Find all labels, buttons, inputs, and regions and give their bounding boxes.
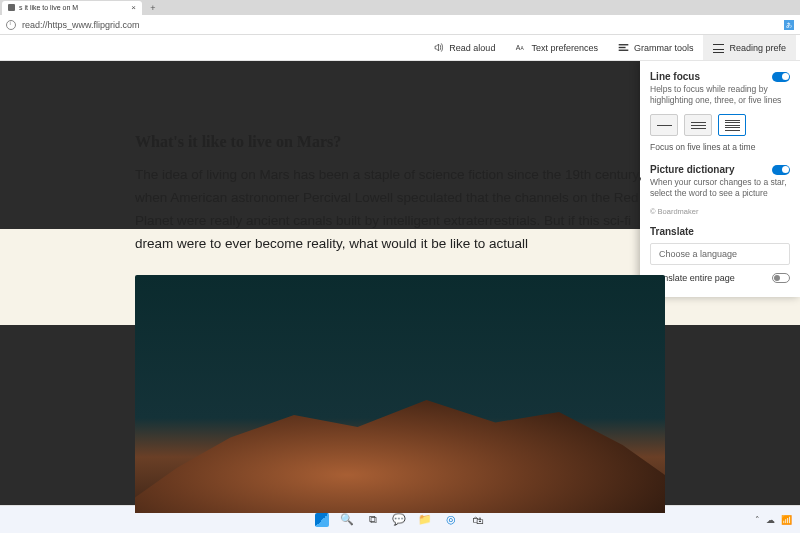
picture-dictionary-heading: Picture dictionary bbox=[650, 164, 790, 175]
article-paragraph: The idea of living on Mars has been a st… bbox=[135, 163, 665, 255]
text-preferences-button[interactable]: AA Text preferences bbox=[505, 35, 608, 60]
svg-text:A: A bbox=[521, 46, 525, 51]
tab-strip: s it like to live on M × + bbox=[0, 0, 800, 15]
read-aloud-label: Read aloud bbox=[449, 43, 495, 53]
translate-language-select[interactable]: Choose a language bbox=[650, 243, 790, 265]
task-view-icon[interactable]: ⧉ bbox=[365, 512, 381, 528]
new-tab-button[interactable]: + bbox=[146, 1, 160, 15]
article-body: The idea of living on Mars has been a st… bbox=[135, 163, 665, 255]
picture-dictionary-toggle[interactable] bbox=[772, 165, 790, 175]
line-focus-description: Helps to focus while reading by highligh… bbox=[650, 84, 790, 106]
article-title: What's it like to live on Mars? bbox=[135, 133, 665, 151]
line-focus-options bbox=[650, 114, 790, 136]
grammar-tools-label: Grammar tools bbox=[634, 43, 694, 53]
translate-page-row: Translate entire page bbox=[650, 273, 790, 283]
grammar-icon bbox=[618, 42, 629, 53]
cloud-icon[interactable]: ☁ bbox=[766, 515, 775, 525]
translate-page-icon[interactable]: あ bbox=[784, 20, 794, 30]
picture-dictionary-credit: © Boardmaker bbox=[650, 207, 790, 216]
reading-preferences-label: Reading prefe bbox=[729, 43, 786, 53]
svg-rect-3 bbox=[619, 47, 626, 48]
site-info-icon[interactable] bbox=[6, 20, 16, 30]
speaker-icon bbox=[433, 42, 444, 53]
chat-icon[interactable]: 💬 bbox=[391, 512, 407, 528]
line-focus-one[interactable] bbox=[650, 114, 678, 136]
reader-toolbar: Read aloud AA Text preferences Grammar t… bbox=[0, 35, 800, 61]
system-tray[interactable]: ˄ ☁ 📶 bbox=[755, 515, 792, 525]
network-icon[interactable]: 📶 bbox=[781, 515, 792, 525]
line-focus-three[interactable] bbox=[684, 114, 712, 136]
address-bar: read://https_www.flipgrid.com あ bbox=[0, 15, 800, 35]
edge-icon[interactable]: ◎ bbox=[443, 512, 459, 528]
tray-chevron-icon[interactable]: ˄ bbox=[755, 515, 760, 525]
grammar-tools-button[interactable]: Grammar tools bbox=[608, 35, 704, 60]
file-explorer-icon[interactable]: 📁 bbox=[417, 512, 433, 528]
tab-close-icon[interactable]: × bbox=[131, 3, 136, 12]
url-field[interactable]: read://https_www.flipgrid.com bbox=[22, 20, 780, 30]
line-focus-five[interactable] bbox=[718, 114, 746, 136]
read-aloud-button[interactable]: Read aloud bbox=[423, 35, 505, 60]
search-icon[interactable]: 🔍 bbox=[339, 512, 355, 528]
reading-preferences-button[interactable]: Reading prefe bbox=[703, 35, 796, 60]
line-focus-toggle[interactable] bbox=[772, 72, 790, 82]
tab-favicon bbox=[8, 4, 15, 11]
translate-heading: Translate bbox=[650, 226, 790, 237]
reader-viewport: What's it like to live on Mars? The idea… bbox=[0, 61, 800, 513]
start-button[interactable] bbox=[315, 513, 329, 527]
picture-dictionary-description: When your cursor changes to a star, sele… bbox=[650, 177, 790, 199]
tab-title: s it like to live on M bbox=[19, 4, 78, 11]
svg-rect-2 bbox=[619, 44, 629, 45]
line-focus-heading: Line focus bbox=[650, 71, 790, 82]
browser-tab[interactable]: s it like to live on M × bbox=[2, 1, 142, 15]
article-hero-image bbox=[135, 275, 665, 513]
translate-page-toggle[interactable] bbox=[772, 273, 790, 283]
reading-prefs-icon bbox=[713, 42, 724, 53]
line-focus-hint: Focus on five lines at a time bbox=[650, 142, 790, 152]
svg-rect-4 bbox=[619, 50, 629, 51]
text-icon: AA bbox=[515, 42, 526, 53]
store-icon[interactable]: 🛍 bbox=[469, 512, 485, 528]
text-preferences-label: Text preferences bbox=[531, 43, 598, 53]
line-focus-title: Line focus bbox=[650, 71, 700, 82]
